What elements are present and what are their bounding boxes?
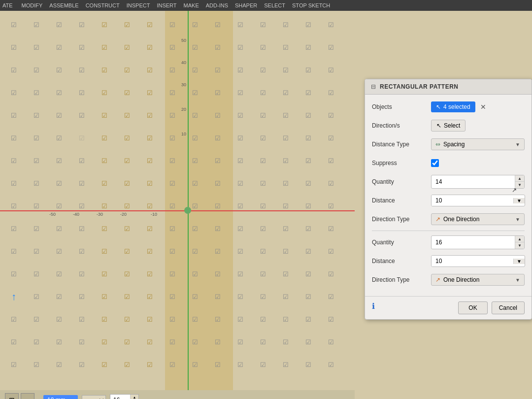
menu-insert[interactable]: INSERT <box>157 2 176 8</box>
quantity-2-down[interactable]: ▼ <box>515 242 524 249</box>
check-cell: ☑ <box>48 13 70 36</box>
cancel-button[interactable]: Cancel <box>492 301 525 314</box>
direction-type-1-dropdown[interactable]: ↗ One Direction ▼ <box>431 213 525 225</box>
check-cell: ☑ <box>2 263 25 285</box>
toolbar-measurement-input[interactable] <box>43 395 78 399</box>
check-cell: ☑ <box>184 36 206 59</box>
panel-row-distance-type: Distance Type ⇔ Spacing ▼ <box>372 137 525 152</box>
select-cursor-icon: ↖ <box>436 122 441 129</box>
toolbar-icon-2[interactable]: → <box>21 393 34 399</box>
toolbar-quantity-spinner[interactable]: ▲ ▼ <box>130 395 138 399</box>
check-cell: ☑ <box>161 127 184 149</box>
ok-button[interactable]: OK <box>458 301 487 314</box>
check-cell: ☑ <box>161 331 184 353</box>
check-cell: ☑ <box>297 240 320 263</box>
distance-1-input[interactable] <box>432 195 513 206</box>
panel-label-quantity-2: Quantity <box>372 239 431 246</box>
menu-assemble[interactable]: ASSEMBLE <box>49 2 78 8</box>
check-cell-highlight: ☑ <box>138 59 161 81</box>
quantity-1-up[interactable]: ▲ <box>515 175 524 182</box>
toolbar-units-select[interactable]: mm in <box>82 395 106 399</box>
check-cell-highlight: ☑ <box>138 149 161 172</box>
check-cell: ☑ <box>48 59 70 81</box>
toolbar-quantity-input[interactable] <box>110 396 130 399</box>
check-cell: ☑ <box>161 217 184 240</box>
quantity-2-input[interactable] <box>432 237 515 248</box>
panel-control-suppress <box>431 159 525 167</box>
menu-addins[interactable]: ADD-INS <box>206 2 228 8</box>
directions-select-button[interactable]: ↖ Select <box>431 120 466 132</box>
check-cell: ☑ <box>25 104 48 127</box>
suppress-checkbox[interactable] <box>431 159 439 167</box>
check-cell: ☑ <box>206 149 229 172</box>
check-cell: ☑ <box>252 285 274 308</box>
check-cell: ☑ <box>48 240 70 263</box>
quantity-1-input-group[interactable]: ▲ ▼ <box>431 175 525 189</box>
check-cell-highlight: ☑ <box>93 240 116 263</box>
check-cell: ☑ <box>297 308 320 331</box>
check-cell: ☑ <box>25 36 48 59</box>
check-cell: ☑ <box>297 149 320 172</box>
check-cell: ☑ <box>161 13 184 36</box>
check-cell: ☑ <box>320 240 342 263</box>
check-cell: ☑ <box>229 263 252 285</box>
check-cell: ☑ <box>229 81 252 104</box>
distance-1-input-group[interactable]: ▼ <box>431 195 525 206</box>
check-cell: ☑ <box>25 59 48 81</box>
distance-2-dropdown-btn[interactable]: ▼ <box>513 259 525 264</box>
menu-bar[interactable]: ATE MODIFY ASSEMBLE CONSTRUCT INSPECT IN… <box>0 0 532 11</box>
check-cell: ☑ <box>184 263 206 285</box>
quantity-2-up[interactable]: ▲ <box>515 236 524 242</box>
menu-modify[interactable]: MODIFY <box>22 2 43 8</box>
check-cell: ☑ <box>70 331 93 353</box>
distance-type-dropdown[interactable]: ⇔ Spacing ▼ <box>431 138 525 150</box>
distance-2-input[interactable] <box>432 256 513 266</box>
directions-select-label: Select <box>444 122 460 129</box>
toolbar-quantity-up[interactable]: ▲ <box>131 395 138 399</box>
check-cell-highlight: ☑ <box>138 331 161 353</box>
menu-shaper[interactable]: SHAPER <box>235 2 257 8</box>
check-cell: ☑ <box>297 81 320 104</box>
check-cell: ☑ <box>2 331 25 353</box>
check-cell: ☑ <box>229 353 252 376</box>
check-cell: ☑ <box>161 195 184 217</box>
distance-1-dropdown-btn[interactable]: ▼ <box>513 198 525 203</box>
check-cell: ☑ <box>229 36 252 59</box>
check-cell: ☑ <box>2 59 25 81</box>
menu-select[interactable]: SELECT <box>264 2 285 8</box>
menu-make[interactable]: MAKE <box>184 2 199 8</box>
check-cell: ☑ <box>206 195 229 217</box>
check-cell: ☑ <box>274 285 297 308</box>
direction-type-2-dropdown[interactable]: ↗ One Direction ▼ <box>431 274 525 286</box>
direction-type-1-value: One Direction <box>443 216 479 223</box>
quantity-1-input[interactable] <box>432 176 515 187</box>
check-cell: ☑ <box>229 13 252 36</box>
distance-2-input-group[interactable]: ▼ <box>431 255 525 267</box>
check-cell: ☑ <box>320 13 342 36</box>
panel-control-distance-1: ▼ <box>431 195 525 206</box>
check-cell: ☑ <box>48 149 70 172</box>
toolbar-icon-1[interactable]: ⊞ <box>5 393 19 399</box>
menu-construct[interactable]: CONSTRUCT <box>86 2 120 8</box>
check-cell: ☑ <box>2 308 25 331</box>
check-cell: ☑ <box>320 127 342 149</box>
check-cell: ☑ <box>206 127 229 149</box>
panel-row-direction-type-2: Direction Type ↗ One Direction ▼ <box>372 272 525 287</box>
check-cell: ☑ <box>320 217 342 240</box>
check-cell: ☑ <box>229 331 252 353</box>
check-cell-highlight: ☑ <box>116 59 138 81</box>
direction-type-2-left: ↗ One Direction <box>435 276 479 283</box>
quantity-2-spinner[interactable]: ▲ ▼ <box>515 236 524 249</box>
check-cell: ☑ <box>320 285 342 308</box>
quantity-2-input-group[interactable]: ▲ ▼ <box>431 235 525 249</box>
check-cell: ☑ <box>70 81 93 104</box>
check-cell: ☑ <box>252 59 274 81</box>
toolbar-quantity-input-group[interactable]: ▲ ▼ <box>110 394 139 399</box>
menu-inspect[interactable]: INSPECT <box>127 2 150 8</box>
objects-selected-button[interactable]: ↖ 4 selected <box>431 101 475 112</box>
cursor-icon: ↖ <box>436 103 441 110</box>
objects-clear-button[interactable]: ✕ <box>477 102 489 112</box>
check-cell: ☑ <box>184 240 206 263</box>
menu-stop-sketch[interactable]: STOP SKETCH <box>292 2 330 8</box>
menu-ate[interactable]: ATE <box>2 2 13 8</box>
